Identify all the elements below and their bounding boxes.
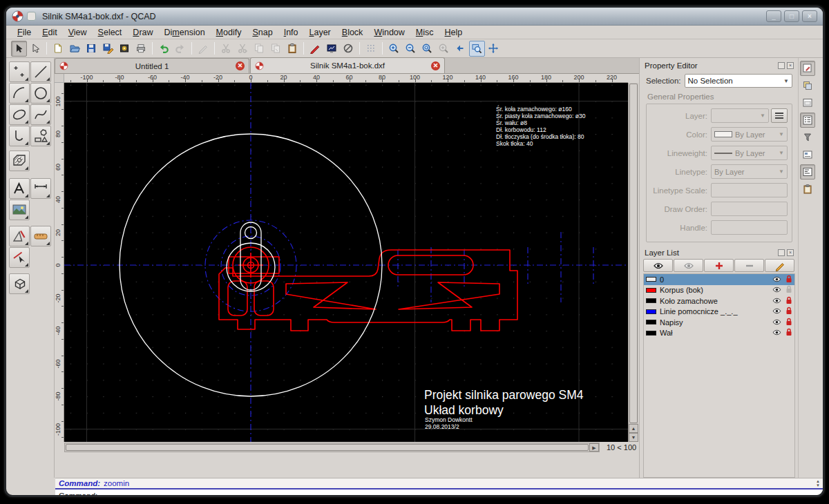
zoom-window-button[interactable]	[469, 41, 485, 57]
scroll-right-icon[interactable]: ▶	[589, 443, 599, 452]
pan-button[interactable]	[486, 41, 502, 57]
menu-window[interactable]: Window	[368, 26, 410, 39]
layer-lock-icon[interactable]	[785, 318, 792, 327]
screen-info-button[interactable]	[324, 41, 340, 57]
layer-lock-icon[interactable]	[785, 307, 792, 316]
menu-info[interactable]: Info	[278, 26, 304, 39]
layer-row[interactable]: Napisy	[644, 317, 794, 328]
layer-combobox[interactable]: ▼	[711, 108, 769, 123]
copy-button[interactable]	[251, 41, 267, 57]
vscroll-thumb[interactable]	[629, 84, 638, 423]
close-button[interactable]: ×	[802, 10, 817, 22]
menu-snap[interactable]: Snap	[247, 26, 278, 39]
text-tool-button[interactable]	[9, 178, 30, 199]
edit-layer-button[interactable]	[765, 259, 794, 272]
hscroll-thumb[interactable]	[66, 444, 589, 451]
dock-command-line-toggle[interactable]	[800, 164, 815, 180]
property-pen-button[interactable]	[307, 41, 323, 57]
dock-clipboard-toggle[interactable]	[800, 182, 815, 197]
layer-row[interactable]: 0	[644, 274, 794, 285]
handle-input[interactable]	[711, 220, 788, 235]
layer-visibility-eye-icon[interactable]	[772, 275, 781, 284]
zoom-out-button[interactable]	[403, 41, 419, 57]
show-all-layers-button[interactable]	[643, 259, 673, 272]
menu-layer[interactable]: Layer	[304, 26, 336, 39]
menu-view[interactable]: View	[63, 26, 93, 39]
panel-float-icon[interactable]	[778, 62, 785, 69]
new-file-button[interactable]	[50, 41, 66, 57]
panel-float-icon[interactable]	[778, 249, 785, 256]
layer-lock-icon[interactable]	[785, 328, 792, 338]
tab-close-icon[interactable]: ✕	[431, 61, 440, 70]
zoom-auto-button[interactable]	[419, 41, 435, 57]
dock-filter-toggle[interactable]	[800, 130, 815, 145]
layer-row[interactable]: Koło zamachowe	[644, 295, 794, 307]
menu-draw[interactable]: Draw	[127, 26, 158, 39]
menu-edit[interactable]: Edit	[37, 26, 63, 39]
vertical-scrollbar[interactable]: ▲ ▼	[628, 83, 638, 442]
title-bar[interactable]: Silnik SM4a1-bok.dxf - QCAD _ □ ×	[6, 8, 823, 26]
arc-tool-button[interactable]	[9, 83, 30, 104]
panel-close-icon[interactable]: ×	[787, 62, 794, 69]
dock-layer-list-toggle[interactable]	[800, 113, 815, 128]
cut-button[interactable]	[218, 41, 234, 57]
lineweight-combobox[interactable]: By Layer▼	[711, 146, 788, 160]
ellipse-tool-button[interactable]	[9, 104, 30, 125]
selection-combobox[interactable]: No Selection ▼	[685, 74, 792, 88]
measure-tool-button[interactable]	[9, 226, 30, 246]
menu-modify[interactable]: Modify	[211, 26, 247, 39]
image-tool-button[interactable]	[9, 200, 30, 220]
dimension-tool-button[interactable]	[30, 178, 51, 199]
horizontal-scrollbar[interactable]: ▶	[64, 443, 600, 452]
show-active-layer-button[interactable]	[674, 259, 703, 272]
menu-dimension[interactable]: Dimension	[159, 26, 211, 39]
undo-button[interactable]	[156, 41, 172, 57]
zoom-previous-button[interactable]	[452, 41, 468, 57]
drawing-canvas[interactable]: Śr. koła zamachowego: ø160 Śr. piasty ko…	[64, 83, 628, 442]
dock-block-list-toggle[interactable]	[800, 147, 815, 162]
layer-lock-icon[interactable]	[785, 296, 792, 306]
box3d-tool-button[interactable]	[9, 273, 30, 294]
line-tool-button[interactable]	[30, 61, 51, 82]
maximize-button[interactable]: □	[784, 10, 799, 22]
deselect-pointer-button[interactable]	[28, 41, 44, 57]
dock-preview-toggle[interactable]	[800, 95, 815, 110]
menu-block[interactable]: Block	[336, 26, 369, 39]
menu-help[interactable]: Help	[439, 26, 468, 39]
save-as-button[interactable]	[100, 41, 116, 57]
paste-button[interactable]	[285, 41, 301, 57]
rulertool-tool-button[interactable]	[30, 226, 51, 246]
layer-lock-icon[interactable]	[785, 275, 792, 284]
layer-visibility-eye-icon[interactable]	[772, 329, 781, 337]
layer-menu-icon[interactable]	[771, 108, 788, 123]
save-button[interactable]	[84, 41, 99, 57]
open-file-button[interactable]	[67, 41, 83, 57]
redo-button[interactable]	[173, 41, 189, 57]
draw-pen-button[interactable]	[196, 41, 211, 57]
linetype-scale-input[interactable]	[711, 183, 788, 197]
modify-tool-button[interactable]	[9, 247, 30, 268]
layer-visibility-eye-icon[interactable]	[772, 297, 781, 305]
circle-tool-button[interactable]	[30, 83, 51, 104]
menu-misc[interactable]: Misc	[410, 26, 439, 39]
shape-tool-button[interactable]	[30, 126, 51, 146]
tab-close-icon[interactable]: ✕	[236, 61, 245, 70]
cut-ref-button[interactable]	[235, 41, 251, 57]
zoom-in-2-button[interactable]	[436, 41, 452, 57]
copy-ref-button[interactable]	[268, 41, 284, 57]
layer-row[interactable]: Korpus (bok)	[644, 285, 794, 296]
menu-select[interactable]: Select	[93, 26, 128, 39]
history-scroll-icons[interactable]: ▲▼	[816, 480, 820, 487]
dock-property-editor-toggle[interactable]	[800, 61, 815, 76]
add-layer-button[interactable]	[704, 259, 734, 272]
bitmap-export-button[interactable]	[117, 41, 133, 57]
hatch-tool-button[interactable]	[9, 151, 30, 171]
remove-layer-button[interactable]	[734, 259, 764, 272]
linetype-combobox[interactable]: By Layer▼	[711, 164, 788, 179]
layer-visibility-eye-icon[interactable]	[772, 318, 781, 327]
spline-tool-button[interactable]	[30, 104, 51, 125]
draw-off-button[interactable]	[341, 41, 356, 57]
minimize-button[interactable]: _	[766, 10, 781, 22]
tab-document[interactable]: Silnik SM4a1-bok.dxf✕	[250, 57, 445, 73]
menu-file[interactable]: File	[12, 26, 37, 39]
